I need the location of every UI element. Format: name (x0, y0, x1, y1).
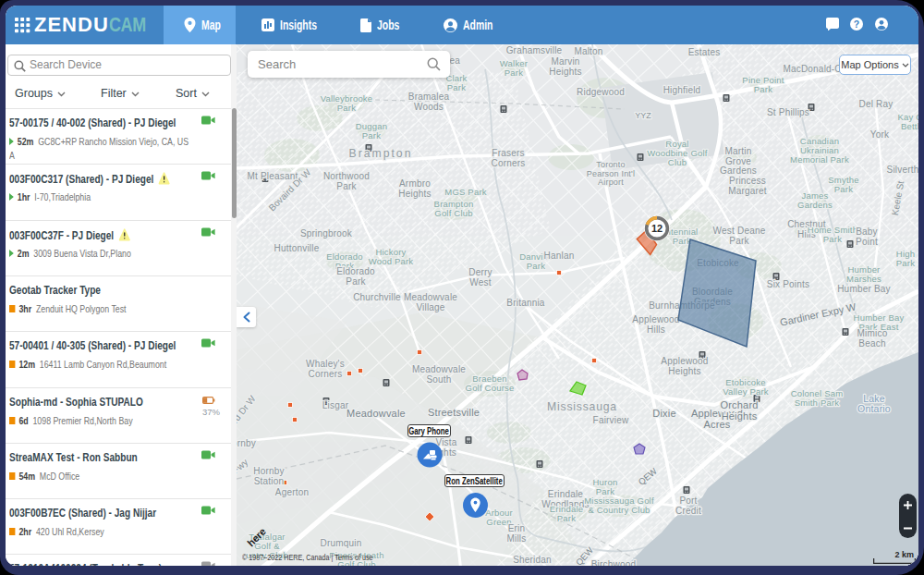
svg-text:JamesGardens: JamesGardens (797, 190, 833, 210)
svg-text:BabyPoint: BabyPoint (856, 226, 878, 247)
svg-text:Mississauga Golf& Country Club: Mississauga Golf& Country Club (584, 495, 654, 515)
svg-text:Britannia: Britannia (506, 298, 545, 308)
svg-text:Fairview: Fairview (593, 415, 629, 425)
svg-text:Ridgewood: Ridgewood (577, 87, 625, 97)
svg-text:HighPark: HighPark (896, 249, 915, 268)
svg-text:?: ? (854, 18, 859, 30)
svg-text:Whaley'sCorners: Whaley'sCorners (306, 359, 345, 379)
svg-text:Mississauga: Mississauga (547, 400, 617, 413)
svg-text:Malton: Malton (574, 46, 602, 56)
svg-text:HornbyStation: HornbyStation (253, 466, 284, 486)
svg-text:Agerton: Agerton (275, 487, 309, 497)
svg-text:MimicoBeach: MimicoBeach (857, 328, 888, 349)
svg-text:Mt Pleasant: Mt Pleasant (247, 171, 298, 181)
svg-text:12: 12 (651, 223, 663, 234)
svg-text:BraebenGolf Course: BraebenGolf Course (466, 373, 515, 393)
svg-text:Churchville: Churchville (353, 292, 401, 302)
svg-text:Drumquin: Drumquin (321, 538, 362, 548)
svg-text:YYZ: YYZ (635, 111, 651, 120)
svg-text:Six Points: Six Points (767, 279, 809, 289)
svg-text:ClarkPark: ClarkPark (445, 73, 467, 92)
svg-text:Streetsville: Streetsville (428, 407, 480, 418)
svg-text:Dixie: Dixie (652, 408, 675, 419)
svg-text:MacDonald-Ca: MacDonald-Ca (783, 64, 846, 74)
svg-text:Grahamsville: Grahamsville (506, 45, 563, 55)
svg-text:EtobicokeValley Park: EtobicokeValley Park (723, 377, 769, 397)
svg-text:Estates: Estates (688, 47, 721, 57)
svg-text:ornby: ornby (237, 438, 256, 448)
svg-text:Springbrook: Springbrook (300, 228, 353, 239)
svg-text:Meadowvale: Meadowvale (346, 408, 406, 419)
svg-text:Humber Bay: Humber Bay (837, 284, 891, 294)
svg-text:BramptonGolf Club: BramptonGolf Club (434, 199, 474, 218)
svg-text:Highfield: Highfield (663, 85, 701, 95)
svg-text:HumberMarshes: HumberMarshes (846, 264, 881, 284)
svg-text:Kay CBettl: Kay CBettl (898, 112, 918, 131)
svg-text:HuronPark: HuronPark (593, 477, 618, 496)
svg-text:MarvinHeights: MarvinHeights (549, 56, 581, 77)
svg-text:Birchwood: Birchwood (591, 559, 637, 566)
svg-text:Sheridan: Sheridan (513, 555, 552, 565)
svg-text:MartinGroveGardens: MartinGroveGardens (720, 146, 757, 176)
svg-text:FrasersCorners: FrasersCorners (492, 148, 526, 168)
svg-text:Lisgar: Lisgar (322, 400, 349, 410)
svg-text:DerryWest: DerryWest (468, 267, 492, 288)
svg-text:Brampton: Brampton (349, 147, 413, 160)
svg-text:Del Ray: Del Ray (859, 99, 894, 109)
svg-text:York: York (870, 129, 890, 140)
svg-text:Huttonville: Huttonville (274, 243, 320, 253)
svg-text:OrchardHeights: OrchardHeights (720, 399, 758, 422)
svg-text:Hanlan: Hanlan (544, 251, 575, 261)
svg-text:ArmbroHeights: ArmbroHeights (398, 178, 431, 199)
svg-text:Silverth: Silverth (887, 165, 918, 175)
svg-text:BramaleaWoods: BramaleaWoods (408, 92, 450, 112)
svg-text:MGS Park: MGS Park (444, 187, 486, 197)
svg-text:St Phillips: St Phillips (767, 107, 809, 117)
svg-text:Colonel SamSmith Park: Colonel SamSmith Park (791, 388, 844, 408)
svg-text:PrincessMargaret: PrincessMargaret (728, 176, 767, 196)
svg-text:ErinMills: ErinMills (507, 523, 527, 544)
